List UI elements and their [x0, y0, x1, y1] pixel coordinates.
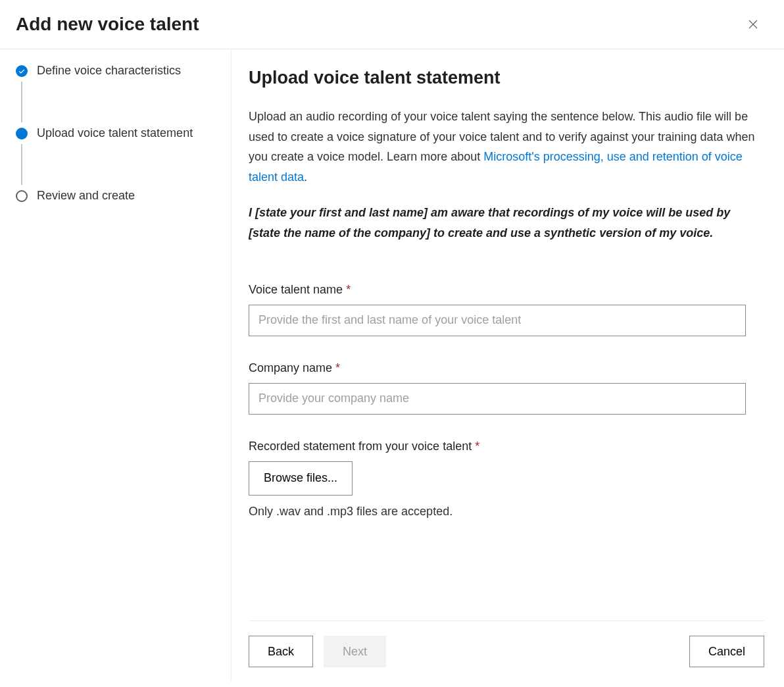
content-body: Upload voice talent statement Upload an … [249, 68, 764, 614]
label-text: Recorded statement from your voice talen… [249, 440, 472, 453]
label-text: Company name [249, 361, 332, 374]
required-indicator: * [335, 361, 340, 374]
form-group-voice-talent-name: Voice talent name * [249, 283, 764, 336]
file-format-help-text: Only .wav and .mp3 files are accepted. [249, 505, 764, 519]
voice-statement-text: I [state your first and last name] am aw… [249, 203, 764, 243]
content-heading: Upload voice talent statement [249, 68, 764, 88]
content-area: Upload voice talent statement Upload an … [232, 49, 784, 680]
step-upload-voice-talent-statement[interactable]: Upload voice talent statement [16, 124, 215, 143]
wizard-steps-sidebar: Define voice characteristics Upload voic… [0, 49, 232, 680]
dialog-header: Add new voice talent [0, 0, 784, 49]
voice-talent-name-input[interactable] [249, 305, 746, 336]
voice-talent-name-label: Voice talent name * [249, 283, 764, 297]
step-indicator-active [16, 128, 28, 140]
step-connector [21, 82, 22, 122]
browse-files-button[interactable]: Browse files... [249, 461, 353, 496]
step-label: Review and create [37, 189, 135, 203]
form-group-company-name: Company name * [249, 361, 764, 415]
step-review-and-create[interactable]: Review and create [16, 186, 215, 205]
step-label: Upload voice talent statement [37, 126, 193, 140]
next-button[interactable]: Next [324, 636, 386, 667]
footer-left-buttons: Back Next [249, 636, 386, 667]
company-name-input[interactable] [249, 383, 746, 415]
step-indicator-pending [16, 190, 28, 202]
step-connector [21, 144, 22, 185]
recorded-statement-label: Recorded statement from your voice talen… [249, 440, 764, 453]
page-title: Add new voice talent [16, 14, 199, 35]
cancel-button[interactable]: Cancel [689, 636, 764, 667]
label-text: Voice talent name [249, 283, 343, 296]
company-name-label: Company name * [249, 361, 764, 375]
step-define-voice-characteristics[interactable]: Define voice characteristics [16, 61, 215, 80]
required-indicator: * [475, 440, 479, 453]
step-label: Define voice characteristics [37, 64, 181, 78]
required-indicator: * [346, 283, 351, 296]
description-period: . [304, 170, 307, 184]
close-icon [747, 18, 759, 30]
form-group-recorded-statement: Recorded statement from your voice talen… [249, 440, 764, 519]
close-button[interactable] [742, 13, 764, 36]
step-indicator-completed [16, 65, 28, 77]
dialog-footer: Back Next Cancel [249, 621, 764, 667]
main-container: Define voice characteristics Upload voic… [0, 49, 784, 680]
back-button[interactable]: Back [249, 636, 313, 667]
description-paragraph: Upload an audio recording of your voice … [249, 107, 764, 187]
checkmark-icon [18, 68, 25, 74]
